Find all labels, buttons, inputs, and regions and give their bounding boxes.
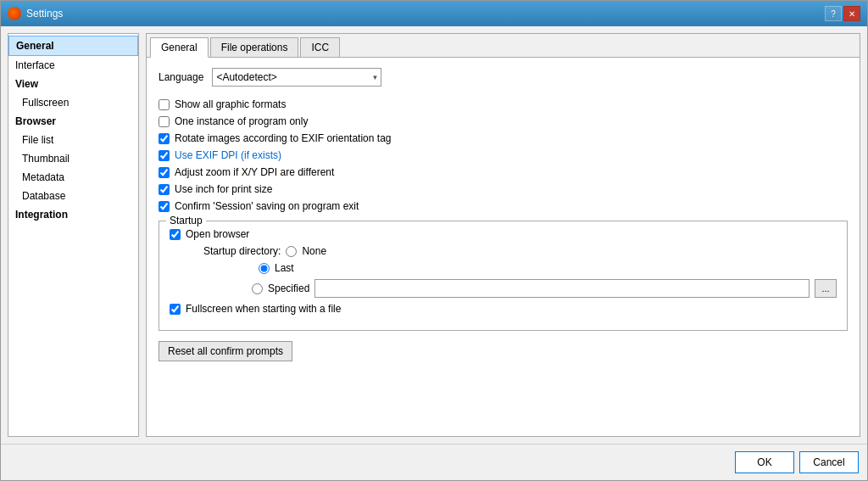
sidebar-item-metadata-label: Metadata <box>22 171 64 183</box>
sidebar-item-fullscreen[interactable]: Fullscreen <box>8 93 138 112</box>
main-area: General Interface View Fullscreen Browse… <box>1 26 867 444</box>
use-inch-checkbox[interactable] <box>159 184 170 195</box>
one-instance-label: One instance of program only <box>175 115 308 127</box>
confirm-session-label: Confirm 'Session' saving on program exit <box>175 200 359 212</box>
use-exif-dpi-label: Use EXIF DPI (if exists) <box>175 149 281 161</box>
open-browser-row: Open browser <box>170 228 837 240</box>
sidebar-item-general-label: General <box>16 40 54 52</box>
rotate-exif-label: Rotate images according to EXIF orientat… <box>175 132 391 144</box>
sidebar-item-browser[interactable]: Browser <box>8 112 138 131</box>
bottom-bar: OK Cancel <box>1 444 867 480</box>
use-exif-dpi-checkbox[interactable] <box>159 150 170 161</box>
sidebar-item-fullscreen-label: Fullscreen <box>22 97 69 109</box>
radio-specified-label: Specified <box>268 282 309 294</box>
startup-directory-label: Startup directory: <box>203 245 281 257</box>
tab-general[interactable]: General <box>150 37 209 58</box>
radio-none[interactable] <box>286 246 297 257</box>
fullscreen-row: Fullscreen when starting with a file <box>170 303 837 315</box>
checkbox-show-all-formats: Show all graphic formats <box>159 98 848 110</box>
checkbox-rotate-exif: Rotate images according to EXIF orientat… <box>159 132 848 144</box>
radio-last[interactable] <box>259 263 270 274</box>
sidebar-item-general[interactable]: General <box>8 36 138 56</box>
adjust-zoom-checkbox[interactable] <box>159 167 170 178</box>
use-inch-label: Use inch for print size <box>175 183 272 195</box>
sidebar-item-filelist[interactable]: File list <box>8 131 138 149</box>
title-bar-controls: ? ✕ <box>825 6 860 21</box>
settings-window: Settings ? ✕ General Interface View Full <box>0 0 868 481</box>
sidebar-item-view[interactable]: View <box>8 75 138 93</box>
show-all-formats-label: Show all graphic formats <box>175 98 286 110</box>
app-icon <box>8 7 21 20</box>
one-instance-checkbox[interactable] <box>159 116 170 127</box>
sidebar: General Interface View Fullscreen Browse… <box>8 33 139 437</box>
radio-last-label: Last <box>275 262 294 274</box>
language-label: Language <box>159 71 203 83</box>
tabs: General File operations ICC <box>147 34 860 58</box>
sidebar-item-interface[interactable]: Interface <box>8 56 138 75</box>
checkbox-one-instance: One instance of program only <box>159 115 848 127</box>
content-area: General Interface View Fullscreen Browse… <box>1 26 867 480</box>
tab-icc[interactable]: ICC <box>300 37 340 57</box>
show-all-formats-checkbox[interactable] <box>159 99 170 110</box>
startup-group-label: Startup <box>166 215 206 227</box>
ok-button[interactable]: OK <box>735 451 794 473</box>
title-bar-left: Settings <box>8 7 63 20</box>
rotate-exif-checkbox[interactable] <box>159 133 170 144</box>
sidebar-item-browser-label: Browser <box>15 115 56 127</box>
confirm-session-checkbox[interactable] <box>159 201 170 212</box>
sidebar-item-integration-label: Integration <box>15 209 68 221</box>
tab-file-operations[interactable]: File operations <box>210 37 299 57</box>
sidebar-item-filelist-label: File list <box>22 134 53 146</box>
sidebar-item-thumbnail-label: Thumbnail <box>22 153 70 165</box>
sidebar-item-database-label: Database <box>22 190 65 202</box>
title-bar: Settings ? ✕ <box>1 1 867 26</box>
sidebar-item-interface-label: Interface <box>15 59 55 71</box>
adjust-zoom-label: Adjust zoom if X/Y DPI are different <box>175 166 334 178</box>
sidebar-item-integration[interactable]: Integration <box>8 205 138 224</box>
browse-button[interactable]: ... <box>815 279 837 298</box>
language-select[interactable]: <Autodetect> <box>212 68 381 87</box>
fullscreen-label: Fullscreen when starting with a file <box>186 303 341 315</box>
cancel-button[interactable]: Cancel <box>799 451 859 473</box>
window-title: Settings <box>26 8 63 20</box>
tab-content-general: Language <Autodetect> Show all graphic f… <box>147 58 860 436</box>
checkbox-confirm-session: Confirm 'Session' saving on program exit <box>159 200 848 212</box>
radio-specified[interactable] <box>252 283 263 294</box>
checkbox-use-inch: Use inch for print size <box>159 183 848 195</box>
sidebar-item-metadata[interactable]: Metadata <box>8 168 138 187</box>
startup-group: Startup Open browser Startup directory: … <box>159 221 848 331</box>
specified-path-input[interactable] <box>314 279 810 298</box>
reset-confirm-prompts-button[interactable]: Reset all confirm prompts <box>159 341 292 361</box>
language-select-wrapper: <Autodetect> <box>212 68 381 87</box>
open-browser-checkbox[interactable] <box>170 229 181 240</box>
sidebar-item-view-label: View <box>15 78 38 90</box>
open-browser-label: Open browser <box>186 228 249 240</box>
checkbox-adjust-zoom: Adjust zoom if X/Y DPI are different <box>159 166 848 178</box>
fullscreen-checkbox[interactable] <box>170 304 181 315</box>
right-panel: General File operations ICC Language <box>146 33 860 437</box>
checkbox-use-exif-dpi: Use EXIF DPI (if exists) <box>159 149 848 161</box>
close-button[interactable]: ✕ <box>843 6 860 21</box>
help-button[interactable]: ? <box>825 6 842 21</box>
radio-none-row: None <box>286 245 326 257</box>
sidebar-item-thumbnail[interactable]: Thumbnail <box>8 149 138 168</box>
language-row: Language <Autodetect> <box>159 68 848 87</box>
radio-none-label: None <box>302 245 326 257</box>
sidebar-item-database[interactable]: Database <box>8 187 138 205</box>
